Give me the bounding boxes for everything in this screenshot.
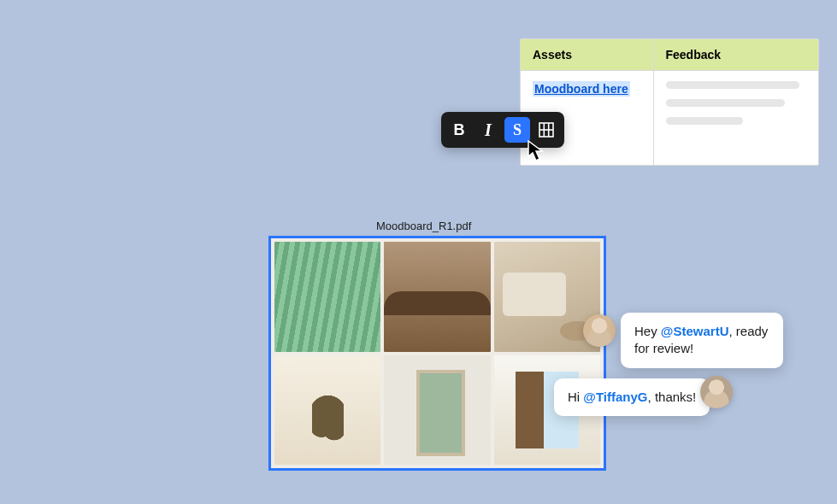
feedback-cell[interactable] [653,71,818,165]
avatar [700,376,733,408]
comment-text: Hi [568,390,583,404]
placeholder-line [666,99,786,107]
mention[interactable]: @TiffanyG [583,390,647,404]
assets-feedback-table: Assets Feedback Moodboard here [520,38,819,166]
strikethrough-button[interactable]: S [504,117,530,143]
table-row: Moodboard here [521,71,818,165]
comment-bubble[interactable]: Hi @TiffanyG, thanks! [554,378,710,416]
cursor-icon [528,140,546,162]
placeholder-line [666,117,743,125]
comment-text: , thanks! [648,390,697,404]
placeholder-line [666,81,799,89]
avatar [583,314,616,347]
file-name-label: Moodboard_R1.pdf [376,220,471,232]
moodboard-tile [384,355,490,466]
moodboard-link[interactable]: Moodboard here [533,81,630,97]
italic-button[interactable]: I [475,117,501,143]
table-header-feedback: Feedback [653,39,818,71]
bold-button[interactable]: B [446,117,472,143]
grid-icon [539,122,554,138]
moodboard-tile [274,355,380,466]
comment-text: Hey [634,324,661,338]
comment-bubble[interactable]: Hey @StewartU, ready for review! [621,313,783,368]
table-button[interactable] [533,117,559,143]
moodboard-preview[interactable] [268,236,606,471]
moodboard-tile [274,242,380,352]
moodboard-tile [384,242,490,352]
table-header-assets: Assets [521,39,653,71]
mention[interactable]: @StewartU [661,324,729,338]
